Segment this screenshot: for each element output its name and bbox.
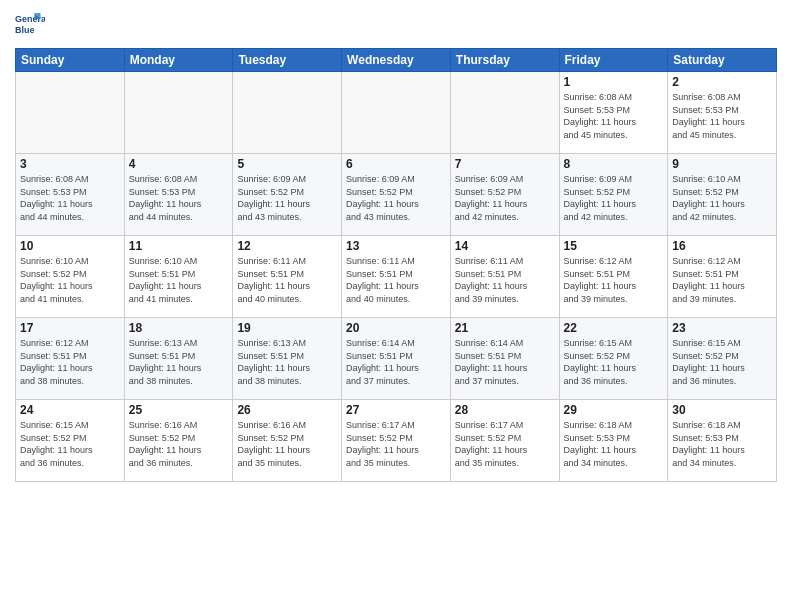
- day-number: 30: [672, 403, 772, 417]
- day-info: Sunrise: 6:10 AM Sunset: 5:52 PM Dayligh…: [20, 255, 120, 305]
- day-info: Sunrise: 6:15 AM Sunset: 5:52 PM Dayligh…: [20, 419, 120, 469]
- day-info: Sunrise: 6:08 AM Sunset: 5:53 PM Dayligh…: [564, 91, 664, 141]
- day-number: 25: [129, 403, 229, 417]
- day-info: Sunrise: 6:10 AM Sunset: 5:52 PM Dayligh…: [672, 173, 772, 223]
- weekday-header-row: SundayMondayTuesdayWednesdayThursdayFrid…: [16, 49, 777, 72]
- weekday-header: Tuesday: [233, 49, 342, 72]
- day-number: 23: [672, 321, 772, 335]
- day-info: Sunrise: 6:18 AM Sunset: 5:53 PM Dayligh…: [672, 419, 772, 469]
- calendar-day-cell: 2Sunrise: 6:08 AM Sunset: 5:53 PM Daylig…: [668, 72, 777, 154]
- calendar-day-cell: 12Sunrise: 6:11 AM Sunset: 5:51 PM Dayli…: [233, 236, 342, 318]
- svg-text:Blue: Blue: [15, 25, 35, 35]
- day-info: Sunrise: 6:08 AM Sunset: 5:53 PM Dayligh…: [129, 173, 229, 223]
- calendar-day-cell: 6Sunrise: 6:09 AM Sunset: 5:52 PM Daylig…: [342, 154, 451, 236]
- calendar-day-cell: 29Sunrise: 6:18 AM Sunset: 5:53 PM Dayli…: [559, 400, 668, 482]
- day-number: 17: [20, 321, 120, 335]
- weekday-header: Friday: [559, 49, 668, 72]
- calendar-day-cell: 8Sunrise: 6:09 AM Sunset: 5:52 PM Daylig…: [559, 154, 668, 236]
- day-number: 27: [346, 403, 446, 417]
- weekday-header: Saturday: [668, 49, 777, 72]
- day-info: Sunrise: 6:11 AM Sunset: 5:51 PM Dayligh…: [237, 255, 337, 305]
- calendar-day-cell: 25Sunrise: 6:16 AM Sunset: 5:52 PM Dayli…: [124, 400, 233, 482]
- calendar-day-cell: 17Sunrise: 6:12 AM Sunset: 5:51 PM Dayli…: [16, 318, 125, 400]
- day-number: 21: [455, 321, 555, 335]
- calendar-day-cell: 26Sunrise: 6:16 AM Sunset: 5:52 PM Dayli…: [233, 400, 342, 482]
- calendar-day-cell: 5Sunrise: 6:09 AM Sunset: 5:52 PM Daylig…: [233, 154, 342, 236]
- day-number: 8: [564, 157, 664, 171]
- day-info: Sunrise: 6:12 AM Sunset: 5:51 PM Dayligh…: [564, 255, 664, 305]
- calendar-day-cell: 4Sunrise: 6:08 AM Sunset: 5:53 PM Daylig…: [124, 154, 233, 236]
- day-number: 11: [129, 239, 229, 253]
- day-info: Sunrise: 6:09 AM Sunset: 5:52 PM Dayligh…: [455, 173, 555, 223]
- calendar-day-cell: 19Sunrise: 6:13 AM Sunset: 5:51 PM Dayli…: [233, 318, 342, 400]
- calendar-day-cell: 10Sunrise: 6:10 AM Sunset: 5:52 PM Dayli…: [16, 236, 125, 318]
- calendar-day-cell: [233, 72, 342, 154]
- day-info: Sunrise: 6:15 AM Sunset: 5:52 PM Dayligh…: [672, 337, 772, 387]
- day-info: Sunrise: 6:10 AM Sunset: 5:51 PM Dayligh…: [129, 255, 229, 305]
- calendar-day-cell: 24Sunrise: 6:15 AM Sunset: 5:52 PM Dayli…: [16, 400, 125, 482]
- day-info: Sunrise: 6:15 AM Sunset: 5:52 PM Dayligh…: [564, 337, 664, 387]
- day-number: 12: [237, 239, 337, 253]
- calendar-day-cell: 21Sunrise: 6:14 AM Sunset: 5:51 PM Dayli…: [450, 318, 559, 400]
- calendar: SundayMondayTuesdayWednesdayThursdayFrid…: [15, 48, 777, 482]
- day-info: Sunrise: 6:09 AM Sunset: 5:52 PM Dayligh…: [564, 173, 664, 223]
- day-info: Sunrise: 6:17 AM Sunset: 5:52 PM Dayligh…: [455, 419, 555, 469]
- calendar-day-cell: 14Sunrise: 6:11 AM Sunset: 5:51 PM Dayli…: [450, 236, 559, 318]
- day-number: 18: [129, 321, 229, 335]
- calendar-day-cell: [450, 72, 559, 154]
- calendar-day-cell: [16, 72, 125, 154]
- weekday-header: Sunday: [16, 49, 125, 72]
- calendar-day-cell: 23Sunrise: 6:15 AM Sunset: 5:52 PM Dayli…: [668, 318, 777, 400]
- day-number: 24: [20, 403, 120, 417]
- day-number: 9: [672, 157, 772, 171]
- calendar-day-cell: 22Sunrise: 6:15 AM Sunset: 5:52 PM Dayli…: [559, 318, 668, 400]
- day-info: Sunrise: 6:18 AM Sunset: 5:53 PM Dayligh…: [564, 419, 664, 469]
- day-info: Sunrise: 6:17 AM Sunset: 5:52 PM Dayligh…: [346, 419, 446, 469]
- day-info: Sunrise: 6:09 AM Sunset: 5:52 PM Dayligh…: [346, 173, 446, 223]
- calendar-day-cell: 13Sunrise: 6:11 AM Sunset: 5:51 PM Dayli…: [342, 236, 451, 318]
- day-number: 3: [20, 157, 120, 171]
- day-number: 7: [455, 157, 555, 171]
- day-info: Sunrise: 6:08 AM Sunset: 5:53 PM Dayligh…: [672, 91, 772, 141]
- day-number: 20: [346, 321, 446, 335]
- logo: GeneralBlue: [15, 10, 45, 40]
- day-number: 19: [237, 321, 337, 335]
- day-info: Sunrise: 6:11 AM Sunset: 5:51 PM Dayligh…: [455, 255, 555, 305]
- day-info: Sunrise: 6:13 AM Sunset: 5:51 PM Dayligh…: [129, 337, 229, 387]
- calendar-day-cell: 27Sunrise: 6:17 AM Sunset: 5:52 PM Dayli…: [342, 400, 451, 482]
- logo-icon: GeneralBlue: [15, 10, 45, 40]
- calendar-day-cell: 30Sunrise: 6:18 AM Sunset: 5:53 PM Dayli…: [668, 400, 777, 482]
- day-number: 5: [237, 157, 337, 171]
- day-info: Sunrise: 6:09 AM Sunset: 5:52 PM Dayligh…: [237, 173, 337, 223]
- calendar-day-cell: [124, 72, 233, 154]
- day-number: 29: [564, 403, 664, 417]
- day-info: Sunrise: 6:08 AM Sunset: 5:53 PM Dayligh…: [20, 173, 120, 223]
- calendar-day-cell: 20Sunrise: 6:14 AM Sunset: 5:51 PM Dayli…: [342, 318, 451, 400]
- calendar-day-cell: 3Sunrise: 6:08 AM Sunset: 5:53 PM Daylig…: [16, 154, 125, 236]
- day-number: 26: [237, 403, 337, 417]
- weekday-header: Thursday: [450, 49, 559, 72]
- calendar-day-cell: 16Sunrise: 6:12 AM Sunset: 5:51 PM Dayli…: [668, 236, 777, 318]
- day-number: 15: [564, 239, 664, 253]
- calendar-week-row: 3Sunrise: 6:08 AM Sunset: 5:53 PM Daylig…: [16, 154, 777, 236]
- day-number: 28: [455, 403, 555, 417]
- calendar-day-cell: 11Sunrise: 6:10 AM Sunset: 5:51 PM Dayli…: [124, 236, 233, 318]
- calendar-day-cell: 28Sunrise: 6:17 AM Sunset: 5:52 PM Dayli…: [450, 400, 559, 482]
- calendar-day-cell: [342, 72, 451, 154]
- day-info: Sunrise: 6:12 AM Sunset: 5:51 PM Dayligh…: [672, 255, 772, 305]
- header: GeneralBlue: [15, 10, 777, 40]
- day-number: 6: [346, 157, 446, 171]
- calendar-day-cell: 18Sunrise: 6:13 AM Sunset: 5:51 PM Dayli…: [124, 318, 233, 400]
- day-number: 1: [564, 75, 664, 89]
- day-info: Sunrise: 6:14 AM Sunset: 5:51 PM Dayligh…: [455, 337, 555, 387]
- day-number: 2: [672, 75, 772, 89]
- calendar-day-cell: 15Sunrise: 6:12 AM Sunset: 5:51 PM Dayli…: [559, 236, 668, 318]
- day-number: 10: [20, 239, 120, 253]
- weekday-header: Monday: [124, 49, 233, 72]
- day-number: 13: [346, 239, 446, 253]
- page: GeneralBlue SundayMondayTuesdayWednesday…: [0, 0, 792, 612]
- day-number: 4: [129, 157, 229, 171]
- day-info: Sunrise: 6:16 AM Sunset: 5:52 PM Dayligh…: [129, 419, 229, 469]
- calendar-week-row: 10Sunrise: 6:10 AM Sunset: 5:52 PM Dayli…: [16, 236, 777, 318]
- calendar-day-cell: 9Sunrise: 6:10 AM Sunset: 5:52 PM Daylig…: [668, 154, 777, 236]
